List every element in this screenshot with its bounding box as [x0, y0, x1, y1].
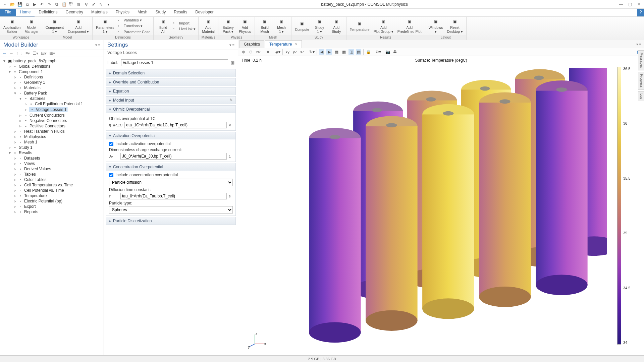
tree-item[interactable]: ▫Mesh 1	[18, 140, 37, 144]
tree-item[interactable]: ▫Export	[18, 204, 36, 209]
section-header[interactable]: ▸Model Input✎	[106, 97, 235, 104]
expand-icon[interactable]: ▤▾	[41, 51, 47, 56]
add-physics-button[interactable]: ▣AddPhysics	[237, 18, 253, 34]
add-component-button[interactable]: ▣AddComponent ▾	[66, 18, 90, 34]
panel-menu-icon[interactable]: ▾ ≡	[634, 41, 644, 48]
compute-button[interactable]: ▣Compute	[293, 20, 311, 33]
copy-icon[interactable]: ⧉	[54, 2, 59, 7]
tree-twisty[interactable]: ▹	[13, 209, 17, 214]
rotate-icon[interactable]: ↻▾	[309, 49, 315, 55]
add-plot-group-button[interactable]: ▣AddPlot Group ▾	[372, 18, 395, 34]
section-header[interactable]: ▾Ohmic Overpotential	[106, 106, 235, 113]
battery-button[interactable]: ▣BatteryPack ▾	[220, 18, 236, 34]
tree-item[interactable]: ▫Cell Equilibrium Potential 1	[29, 102, 83, 106]
tree-item[interactable]: ▫Geometry 1	[18, 80, 45, 85]
mode-select[interactable]: Particle diffusion	[109, 179, 233, 186]
delete-icon[interactable]: 🗑	[76, 2, 81, 7]
mesh-button[interactable]: ▣Mesh1 ▾	[274, 18, 289, 34]
add-material-button[interactable]: ▣AddMaterial	[201, 18, 216, 34]
xy-icon[interactable]: xy	[285, 49, 290, 55]
tab-materials[interactable]: Materials	[87, 9, 112, 16]
light-icon[interactable]: ◫	[348, 49, 354, 55]
tree-item[interactable]: ▫Materials	[18, 85, 41, 90]
tree-twisty[interactable]: ▹	[13, 129, 17, 134]
tree-item[interactable]: ▫Heat Transfer in Fluids	[18, 129, 65, 134]
tree-twisty[interactable]: ▹	[19, 118, 22, 123]
tree-twisty[interactable]: ▾	[3, 59, 6, 63]
section-header[interactable]: ▸Domain Selection	[106, 69, 235, 77]
tab-close-icon[interactable]: ×	[295, 42, 298, 47]
side-tab-progress[interactable]: Progress	[638, 72, 644, 90]
tab-definitions[interactable]: Definitions	[35, 9, 61, 16]
tree-item[interactable]: ▫Global Definitions	[13, 64, 50, 69]
minimize-icon[interactable]: —	[619, 2, 623, 7]
tab-results[interactable]: Results	[170, 9, 191, 16]
down-icon[interactable]: ↓	[21, 51, 23, 56]
section-header[interactable]: ▸Override and Contribution	[106, 78, 235, 86]
edit-icon[interactable]: ✎	[229, 98, 233, 103]
tree-twisty[interactable]: ▹	[13, 183, 17, 187]
tree-twisty[interactable]: ▹	[13, 80, 17, 85]
tree-twisty[interactable]: ▹	[13, 199, 17, 203]
yz-icon[interactable]: yz	[292, 49, 298, 55]
tree-twisty[interactable]: ▹	[8, 64, 11, 69]
tree-twisty[interactable]: ▹	[13, 177, 17, 182]
import-button[interactable]: ▫Import	[172, 20, 196, 26]
build-button[interactable]: ▣BuildAll	[156, 18, 171, 34]
snapshot-icon[interactable]: 📷	[385, 49, 390, 55]
tree-twisty[interactable]: ▹	[13, 161, 17, 166]
tree-item[interactable]: ▫Cell Potential vs. Time	[18, 188, 64, 193]
transparency-icon[interactable]: ▤	[356, 49, 361, 55]
tree-item[interactable]: ▫Derived Values	[18, 167, 51, 171]
up-icon[interactable]: ↑	[16, 51, 18, 56]
scene-icon[interactable]: ⚙▾	[375, 49, 381, 55]
temp-plot-button[interactable]: ▣Temperature	[348, 20, 371, 33]
section-header[interactable]: ▾Concentration Overpotential	[106, 163, 235, 171]
zoom-extents-icon[interactable]: ⤧	[265, 49, 271, 55]
find-icon[interactable]: ⚲	[84, 2, 89, 7]
pi-button[interactable]: ▣Parameters1 ▾	[95, 18, 115, 34]
model-manager-button[interactable]: ▣ModelManager	[23, 18, 40, 34]
tree-twisty[interactable]: ▹	[13, 204, 17, 209]
component-button[interactable]: ▣Component1 ▾	[44, 18, 65, 34]
undo-icon[interactable]: ↶	[40, 2, 44, 7]
tree-twisty[interactable]: ▹	[19, 113, 22, 118]
include-checkbox[interactable]	[109, 142, 113, 146]
tab-home[interactable]: Home	[16, 9, 35, 16]
add-study-button[interactable]: ▣AddStudy	[329, 18, 344, 34]
windows-button[interactable]: ▣Windows▾	[427, 18, 444, 34]
grid-icon[interactable]: ▦	[341, 49, 346, 55]
section-header[interactable]: ▸Equation	[106, 87, 235, 95]
zoom-sel-icon[interactable]: ⤢	[91, 2, 96, 7]
save-icon[interactable]: 💾	[17, 2, 22, 7]
close-icon[interactable]: ✕	[637, 2, 641, 7]
sel-mode-2-icon[interactable]: ▶	[326, 49, 332, 55]
maximize-icon[interactable]: ▢	[628, 2, 632, 7]
build-mesh-button[interactable]: ▣BuildMesh	[257, 18, 272, 34]
new-icon[interactable]: ▫	[3, 2, 7, 7]
tree-item[interactable]: ▫Negative Connectors	[23, 118, 67, 123]
tab-geometry[interactable]: Geometry	[61, 9, 87, 16]
back-icon[interactable]: ←	[3, 51, 7, 56]
tree-item[interactable]: ▫Tables	[18, 172, 36, 177]
tree-item[interactable]: ▫Temperature	[18, 193, 47, 198]
predef-plot-button[interactable]: ▣AddPredefined Plot	[396, 18, 423, 34]
tree-item[interactable]: ▫Cell Temperatures vs. Time	[18, 183, 73, 187]
tree-twisty[interactable]: ▹	[19, 124, 22, 128]
tree-twisty[interactable]: ▾	[8, 69, 11, 74]
var-button[interactable]: ▫Variables ▾	[117, 18, 151, 23]
graphics-tab[interactable]: Graphics	[239, 40, 264, 48]
side-tab-messages[interactable]: Messages	[638, 50, 644, 70]
view-icon[interactable]: ◈▾	[275, 49, 280, 55]
tree-item[interactable]: ▫Voltage Losses 1	[29, 107, 67, 112]
tree-item[interactable]: ▫Results	[13, 150, 32, 155]
study-button[interactable]: ▣Study1 ▾	[312, 18, 327, 34]
xz-icon[interactable]: xz	[300, 49, 305, 55]
tree-item[interactable]: ▣battery_pack_6s2p.mph	[7, 59, 56, 63]
section-header[interactable]: ▾Activation Overpotential	[106, 132, 235, 139]
run-icon[interactable]: ▶	[32, 2, 37, 7]
tree-twisty[interactable]: ▹	[13, 172, 17, 177]
duplicate-icon[interactable]: ⿻	[69, 2, 74, 7]
panel-menu-icon[interactable]: ▾ ≡	[95, 43, 100, 47]
tree-twisty[interactable]: ▾	[19, 96, 22, 101]
